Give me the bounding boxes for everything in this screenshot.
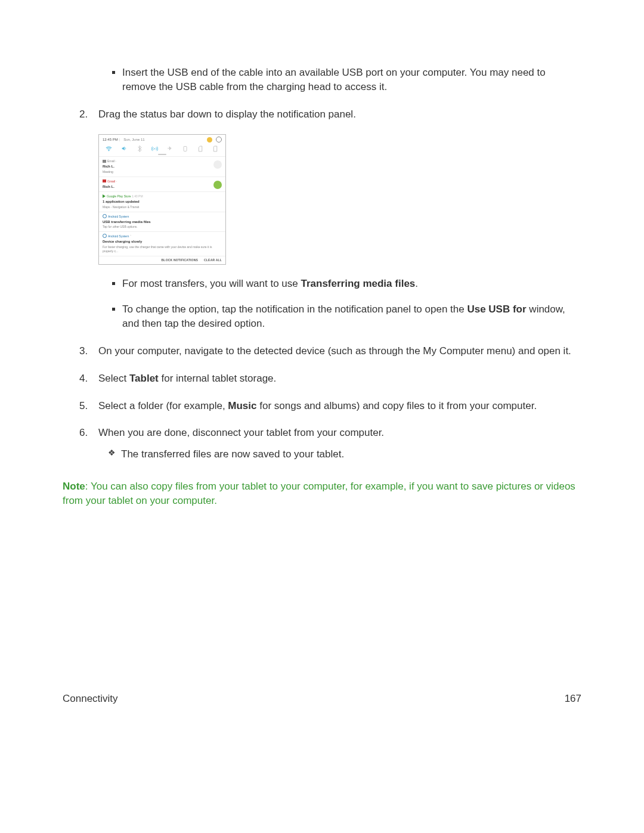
sd-icon (212, 145, 219, 152)
step-3: 3. On your computer, navigate to the det… (98, 344, 581, 358)
hotspot-icon (151, 145, 158, 152)
step6-result: The transferred files are now saved to y… (98, 447, 581, 462)
sound-icon (120, 145, 128, 152)
airplane-icon: ✈ (166, 145, 174, 152)
ordered-steps-cont: 3. On your computer, navigate to the det… (63, 344, 581, 462)
step-5: 5. Select a folder (for example, Music f… (98, 399, 581, 413)
np-notification: Google Play Store 1:40 PM 1 application … (99, 191, 225, 211)
ordered-steps: 2. Drag the status bar down to display t… (63, 107, 581, 122)
np-quick-settings: ✈ (99, 143, 225, 153)
email-app-icon (103, 160, 106, 163)
np-status-row: 12:45 PM | Sun, June 11 (99, 135, 225, 143)
bluetooth-icon (136, 145, 143, 152)
footer-page-number: 167 (565, 693, 581, 705)
rotate-icon (181, 145, 188, 152)
step-6: 6. When you are done, disconnect your ta… (98, 426, 581, 462)
page-footer: Connectivity 167 (63, 693, 581, 705)
play-store-icon (103, 194, 106, 198)
svg-point-0 (109, 150, 109, 151)
step-2: 2. Drag the status bar down to display t… (98, 107, 581, 122)
block-notifications-button: BLOCK NOTIFICATIONS (162, 258, 198, 262)
sub-bullets-step1: Insert the USB end of the cable into an … (63, 66, 581, 94)
np-notification: Android System ˅ Device charging slowly … (99, 231, 225, 256)
bullet-item: Insert the USB end of the cable into an … (122, 66, 581, 94)
np-date: Sun, June 11 (123, 137, 144, 142)
step-number: 5. (79, 399, 88, 413)
np-notification: Android System USB transferring media fi… (99, 212, 225, 232)
notification-panel-figure: 12:45 PM | Sun, June 11 (98, 134, 226, 264)
np-notification: Gmail · Rich L. (99, 176, 225, 191)
chevron-down-icon: ˅ (130, 234, 132, 238)
result-item: The transferred files are now saved to y… (121, 447, 581, 462)
gear-icon (216, 137, 222, 143)
step-4: 4. Select Tablet for internal tablet sto… (98, 371, 581, 386)
sim-icon (197, 145, 204, 152)
body-content: Insert the USB end of the cable into an … (63, 66, 581, 508)
note-block: Note: You can also copy files from your … (63, 479, 581, 508)
bullet-item: For most transfers, you will want to use… (122, 277, 581, 291)
svg-point-1 (154, 148, 155, 149)
np-actions: BLOCK NOTIFICATIONS CLEAR ALL (99, 256, 225, 264)
step-number: 4. (79, 371, 88, 386)
bullet-item: To change the option, tap the notificati… (122, 302, 581, 331)
svg-rect-2 (184, 146, 187, 151)
np-notification: Email · Rich L. Meeting (99, 156, 225, 176)
android-system-icon (103, 234, 107, 238)
battery-icon (207, 137, 212, 143)
document-page: Insert the USB end of the cable into an … (0, 0, 644, 833)
step-number: 6. (79, 426, 88, 440)
wifi-icon (106, 145, 113, 152)
android-system-icon (103, 214, 107, 218)
sub-bullets-step2: For most transfers, you will want to use… (63, 277, 581, 331)
avatar-icon (213, 181, 222, 189)
np-time: 12:45 PM (103, 137, 118, 142)
footer-section: Connectivity (63, 693, 118, 705)
step-number: 2. (79, 107, 88, 122)
gmail-app-icon (103, 179, 106, 182)
step-number: 3. (79, 344, 88, 358)
clear-all-button: CLEAR ALL (204, 258, 222, 262)
